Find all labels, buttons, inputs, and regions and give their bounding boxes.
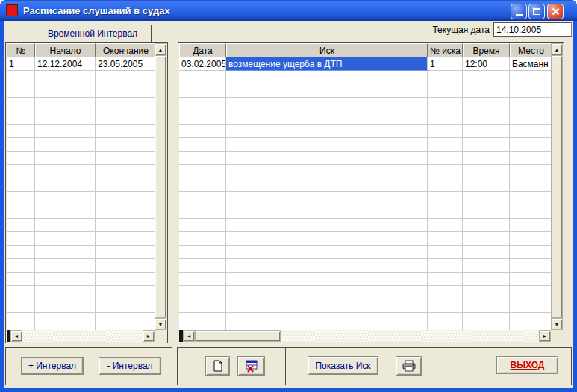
empty-cell[interactable]	[179, 286, 226, 299]
table-row-selected[interactable]: 03.02.2005 возмещение ущерба в ДТП 1 12:…	[179, 57, 551, 71]
empty-cell[interactable]	[35, 205, 96, 219]
table-row-empty[interactable]	[7, 84, 155, 98]
empty-cell[interactable]	[179, 192, 226, 205]
empty-cell[interactable]	[428, 232, 463, 246]
empty-cell[interactable]	[7, 165, 35, 178]
empty-cell[interactable]	[463, 232, 510, 246]
empty-cell[interactable]	[463, 205, 510, 219]
empty-cell[interactable]	[35, 71, 96, 84]
empty-cell[interactable]	[179, 84, 226, 98]
empty-cell[interactable]	[179, 98, 226, 111]
horizontal-scrollbar[interactable]: ◄ ►	[179, 330, 551, 342]
empty-cell[interactable]	[7, 111, 35, 125]
empty-cell[interactable]	[510, 111, 551, 125]
table-row-empty[interactable]	[179, 219, 551, 232]
empty-cell[interactable]	[96, 299, 155, 313]
empty-cell[interactable]	[510, 125, 551, 138]
empty-cell[interactable]	[35, 84, 96, 98]
scroll-thumb[interactable]	[155, 55, 166, 318]
cell-claim-selected[interactable]: возмещение ущерба в ДТП	[226, 57, 428, 71]
empty-cell[interactable]	[428, 246, 463, 259]
empty-cell[interactable]	[179, 71, 226, 84]
empty-cell[interactable]	[7, 219, 35, 232]
empty-cell[interactable]	[510, 232, 551, 246]
empty-cell[interactable]	[96, 219, 155, 232]
print-button[interactable]	[396, 356, 422, 376]
empty-cell[interactable]	[226, 299, 428, 313]
table-row-empty[interactable]	[7, 178, 155, 192]
empty-cell[interactable]	[35, 152, 96, 165]
close-button[interactable]	[547, 4, 564, 19]
table-row-empty[interactable]	[7, 111, 155, 125]
cell-claim-number[interactable]: 1	[428, 57, 463, 71]
table-row-empty[interactable]	[179, 178, 551, 192]
table-row-empty[interactable]	[7, 205, 155, 219]
table-row-empty[interactable]	[179, 192, 551, 205]
cell-time[interactable]: 12:00	[463, 57, 510, 71]
empty-cell[interactable]	[96, 98, 155, 111]
empty-cell[interactable]	[463, 111, 510, 125]
empty-cell[interactable]	[7, 84, 35, 98]
empty-cell[interactable]	[96, 111, 155, 125]
empty-cell[interactable]	[463, 259, 510, 273]
empty-cell[interactable]	[463, 84, 510, 98]
table-row-empty[interactable]	[179, 299, 551, 313]
empty-cell[interactable]	[7, 178, 35, 192]
cell-end-date[interactable]: 23.05.2005	[96, 57, 155, 71]
cell-number[interactable]: 1	[7, 57, 35, 71]
empty-cell[interactable]	[35, 192, 96, 205]
scroll-up-button[interactable]: ▲	[155, 43, 166, 55]
empty-cell[interactable]	[428, 259, 463, 273]
table-row-empty[interactable]	[7, 125, 155, 138]
empty-cell[interactable]	[96, 205, 155, 219]
empty-cell[interactable]	[226, 192, 428, 205]
table-row-empty[interactable]	[7, 71, 155, 84]
empty-cell[interactable]	[96, 165, 155, 178]
maximize-button[interactable]	[528, 4, 545, 19]
empty-cell[interactable]	[35, 259, 96, 273]
table-row-empty[interactable]	[7, 152, 155, 165]
table-row-empty[interactable]	[7, 273, 155, 286]
empty-cell[interactable]	[510, 299, 551, 313]
empty-cell[interactable]	[179, 111, 226, 125]
empty-cell[interactable]	[226, 125, 428, 138]
empty-cell[interactable]	[7, 232, 35, 246]
empty-cell[interactable]	[226, 259, 428, 273]
scroll-left-button[interactable]: ◄	[183, 330, 195, 342]
empty-cell[interactable]	[428, 152, 463, 165]
empty-cell[interactable]	[7, 313, 35, 326]
empty-cell[interactable]	[226, 246, 428, 259]
empty-cell[interactable]	[35, 313, 96, 326]
empty-cell[interactable]	[226, 205, 428, 219]
table-row-empty[interactable]	[179, 84, 551, 98]
empty-cell[interactable]	[226, 152, 428, 165]
empty-cell[interactable]	[96, 178, 155, 192]
exit-button[interactable]: ВЫХОД	[496, 356, 558, 374]
empty-cell[interactable]	[7, 259, 35, 273]
empty-cell[interactable]	[226, 273, 428, 286]
new-record-button[interactable]	[205, 356, 230, 376]
scroll-down-button[interactable]: ▼	[155, 318, 166, 330]
empty-cell[interactable]	[510, 205, 551, 219]
empty-cell[interactable]	[226, 98, 428, 111]
empty-cell[interactable]	[226, 219, 428, 232]
scroll-right-button[interactable]: ►	[539, 330, 551, 342]
empty-cell[interactable]	[96, 273, 155, 286]
empty-cell[interactable]	[179, 299, 226, 313]
empty-cell[interactable]	[428, 98, 463, 111]
empty-cell[interactable]	[96, 232, 155, 246]
scroll-thumb[interactable]	[551, 55, 563, 318]
empty-cell[interactable]	[179, 152, 226, 165]
empty-cell[interactable]	[510, 246, 551, 259]
empty-cell[interactable]	[226, 111, 428, 125]
empty-cell[interactable]	[226, 71, 428, 84]
empty-cell[interactable]	[179, 232, 226, 246]
table-row-empty[interactable]	[179, 286, 551, 299]
empty-cell[interactable]	[428, 125, 463, 138]
empty-cell[interactable]	[35, 111, 96, 125]
empty-cell[interactable]	[510, 138, 551, 152]
empty-cell[interactable]	[428, 219, 463, 232]
empty-cell[interactable]	[35, 273, 96, 286]
empty-cell[interactable]	[510, 313, 551, 326]
empty-cell[interactable]	[179, 273, 226, 286]
